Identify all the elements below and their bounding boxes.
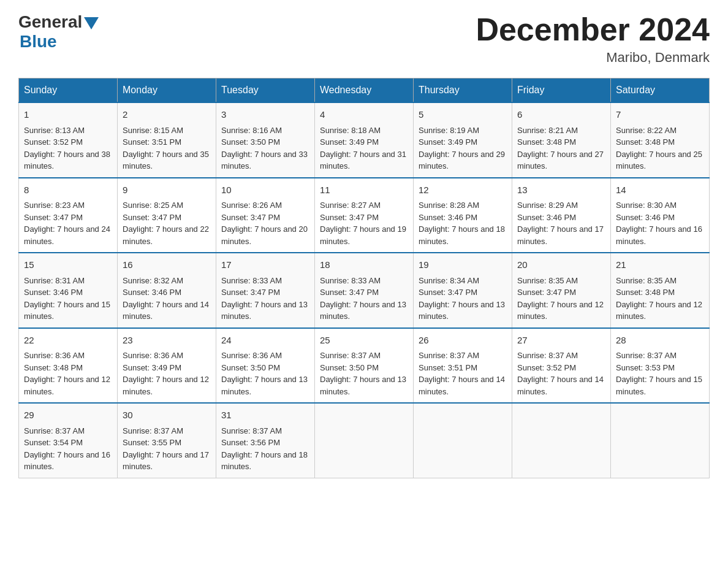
day-info: Sunrise: 8:32 AMSunset: 3:46 PMDaylight:… xyxy=(123,276,209,321)
day-info: Sunrise: 8:37 AMSunset: 3:54 PMDaylight:… xyxy=(24,426,110,472)
calendar-week-row: 22Sunrise: 8:36 AMSunset: 3:48 PMDayligh… xyxy=(19,328,710,404)
table-row: 4Sunrise: 8:18 AMSunset: 3:49 PMDaylight… xyxy=(315,102,414,178)
day-number: 18 xyxy=(320,258,408,272)
day-number: 1 xyxy=(24,108,112,122)
day-info: Sunrise: 8:37 AMSunset: 3:55 PMDaylight:… xyxy=(123,426,209,472)
table-row: 8Sunrise: 8:23 AMSunset: 3:47 PMDaylight… xyxy=(19,178,118,253)
day-info: Sunrise: 8:36 AMSunset: 3:50 PMDaylight:… xyxy=(221,351,308,396)
table-row: 14Sunrise: 8:30 AMSunset: 3:46 PMDayligh… xyxy=(611,178,710,253)
table-row: 26Sunrise: 8:37 AMSunset: 3:51 PMDayligh… xyxy=(414,328,512,404)
day-info: Sunrise: 8:15 AMSunset: 3:51 PMDaylight:… xyxy=(123,126,209,171)
table-row: 2Sunrise: 8:15 AMSunset: 3:51 PMDaylight… xyxy=(118,102,216,178)
table-row xyxy=(315,403,414,478)
page-header: General Blue December 2024 Maribo, Denma… xyxy=(18,12,710,66)
header-monday: Monday xyxy=(118,79,216,103)
table-row: 17Sunrise: 8:33 AMSunset: 3:47 PMDayligh… xyxy=(216,253,315,328)
table-row: 25Sunrise: 8:37 AMSunset: 3:50 PMDayligh… xyxy=(315,328,414,404)
day-info: Sunrise: 8:16 AMSunset: 3:50 PMDaylight:… xyxy=(221,126,308,171)
day-number: 25 xyxy=(320,334,408,348)
day-info: Sunrise: 8:28 AMSunset: 3:46 PMDaylight:… xyxy=(419,201,505,246)
title-section: December 2024 Maribo, Denmark xyxy=(476,12,710,66)
day-info: Sunrise: 8:13 AMSunset: 3:52 PMDaylight:… xyxy=(24,126,110,171)
table-row: 28Sunrise: 8:37 AMSunset: 3:53 PMDayligh… xyxy=(611,328,710,404)
calendar-week-row: 8Sunrise: 8:23 AMSunset: 3:47 PMDaylight… xyxy=(19,178,710,253)
day-info: Sunrise: 8:27 AMSunset: 3:47 PMDaylight:… xyxy=(320,201,406,246)
day-number: 24 xyxy=(221,334,309,348)
day-info: Sunrise: 8:37 AMSunset: 3:56 PMDaylight:… xyxy=(221,426,308,472)
day-info: Sunrise: 8:36 AMSunset: 3:49 PMDaylight:… xyxy=(123,351,209,396)
table-row: 11Sunrise: 8:27 AMSunset: 3:47 PMDayligh… xyxy=(315,178,414,253)
table-row xyxy=(512,403,611,478)
calendar-week-row: 29Sunrise: 8:37 AMSunset: 3:54 PMDayligh… xyxy=(19,403,710,478)
day-info: Sunrise: 8:35 AMSunset: 3:47 PMDaylight:… xyxy=(517,276,604,321)
table-row: 15Sunrise: 8:31 AMSunset: 3:46 PMDayligh… xyxy=(19,253,118,328)
day-info: Sunrise: 8:37 AMSunset: 3:53 PMDaylight:… xyxy=(616,351,702,396)
day-info: Sunrise: 8:36 AMSunset: 3:48 PMDaylight:… xyxy=(24,351,110,396)
table-row: 30Sunrise: 8:37 AMSunset: 3:55 PMDayligh… xyxy=(118,403,216,478)
day-number: 3 xyxy=(221,108,309,122)
day-info: Sunrise: 8:34 AMSunset: 3:47 PMDaylight:… xyxy=(419,276,505,321)
day-number: 2 xyxy=(123,108,211,122)
table-row: 6Sunrise: 8:21 AMSunset: 3:48 PMDaylight… xyxy=(512,102,611,178)
day-info: Sunrise: 8:21 AMSunset: 3:48 PMDaylight:… xyxy=(517,126,604,171)
table-row: 31Sunrise: 8:37 AMSunset: 3:56 PMDayligh… xyxy=(216,403,315,478)
table-row: 16Sunrise: 8:32 AMSunset: 3:46 PMDayligh… xyxy=(118,253,216,328)
logo: General Blue xyxy=(18,12,100,52)
day-number: 13 xyxy=(517,183,605,197)
day-info: Sunrise: 8:23 AMSunset: 3:47 PMDaylight:… xyxy=(24,201,110,246)
day-number: 11 xyxy=(320,183,408,197)
day-number: 27 xyxy=(517,334,605,348)
day-info: Sunrise: 8:33 AMSunset: 3:47 PMDaylight:… xyxy=(320,276,406,321)
table-row: 18Sunrise: 8:33 AMSunset: 3:47 PMDayligh… xyxy=(315,253,414,328)
day-info: Sunrise: 8:37 AMSunset: 3:52 PMDaylight:… xyxy=(517,351,604,396)
header-saturday: Saturday xyxy=(611,79,710,103)
day-number: 20 xyxy=(517,258,605,272)
day-number: 23 xyxy=(123,334,211,348)
header-wednesday: Wednesday xyxy=(315,79,414,103)
table-row: 1Sunrise: 8:13 AMSunset: 3:52 PMDaylight… xyxy=(19,102,118,178)
day-info: Sunrise: 8:19 AMSunset: 3:49 PMDaylight:… xyxy=(419,126,505,171)
day-info: Sunrise: 8:26 AMSunset: 3:47 PMDaylight:… xyxy=(221,201,308,246)
table-row: 19Sunrise: 8:34 AMSunset: 3:47 PMDayligh… xyxy=(414,253,512,328)
table-row xyxy=(611,403,710,478)
logo-blue-text: Blue xyxy=(20,32,57,52)
table-row: 10Sunrise: 8:26 AMSunset: 3:47 PMDayligh… xyxy=(216,178,315,253)
table-row: 7Sunrise: 8:22 AMSunset: 3:48 PMDaylight… xyxy=(611,102,710,178)
day-number: 26 xyxy=(419,334,507,348)
day-number: 6 xyxy=(517,108,605,122)
day-info: Sunrise: 8:37 AMSunset: 3:51 PMDaylight:… xyxy=(419,351,505,396)
table-row: 23Sunrise: 8:36 AMSunset: 3:49 PMDayligh… xyxy=(118,328,216,404)
day-number: 19 xyxy=(419,258,507,272)
table-row: 3Sunrise: 8:16 AMSunset: 3:50 PMDaylight… xyxy=(216,102,315,178)
location: Maribo, Denmark xyxy=(476,50,710,66)
day-info: Sunrise: 8:33 AMSunset: 3:47 PMDaylight:… xyxy=(221,276,308,321)
table-row: 5Sunrise: 8:19 AMSunset: 3:49 PMDaylight… xyxy=(414,102,512,178)
day-number: 16 xyxy=(123,258,211,272)
table-row: 27Sunrise: 8:37 AMSunset: 3:52 PMDayligh… xyxy=(512,328,611,404)
day-number: 30 xyxy=(123,408,211,423)
day-info: Sunrise: 8:37 AMSunset: 3:50 PMDaylight:… xyxy=(320,351,406,396)
day-info: Sunrise: 8:35 AMSunset: 3:48 PMDaylight:… xyxy=(616,276,702,321)
day-number: 8 xyxy=(24,183,112,197)
header-friday: Friday xyxy=(512,79,611,103)
logo-triangle-icon xyxy=(84,17,99,29)
day-number: 21 xyxy=(616,258,704,272)
table-row: 24Sunrise: 8:36 AMSunset: 3:50 PMDayligh… xyxy=(216,328,315,404)
calendar-header-row: Sunday Monday Tuesday Wednesday Thursday… xyxy=(19,79,710,103)
day-number: 31 xyxy=(221,408,309,423)
logo-general-text: General xyxy=(18,12,82,32)
calendar-week-row: 1Sunrise: 8:13 AMSunset: 3:52 PMDaylight… xyxy=(19,102,710,178)
day-info: Sunrise: 8:31 AMSunset: 3:46 PMDaylight:… xyxy=(24,276,110,321)
day-number: 12 xyxy=(419,183,507,197)
day-info: Sunrise: 8:18 AMSunset: 3:49 PMDaylight:… xyxy=(320,126,406,171)
day-info: Sunrise: 8:29 AMSunset: 3:46 PMDaylight:… xyxy=(517,201,604,246)
day-number: 22 xyxy=(24,334,112,348)
header-sunday: Sunday xyxy=(19,79,118,103)
calendar-week-row: 15Sunrise: 8:31 AMSunset: 3:46 PMDayligh… xyxy=(19,253,710,328)
table-row: 21Sunrise: 8:35 AMSunset: 3:48 PMDayligh… xyxy=(611,253,710,328)
day-number: 4 xyxy=(320,108,408,122)
table-row: 12Sunrise: 8:28 AMSunset: 3:46 PMDayligh… xyxy=(414,178,512,253)
table-row xyxy=(414,403,512,478)
table-row: 13Sunrise: 8:29 AMSunset: 3:46 PMDayligh… xyxy=(512,178,611,253)
day-number: 28 xyxy=(616,334,704,348)
